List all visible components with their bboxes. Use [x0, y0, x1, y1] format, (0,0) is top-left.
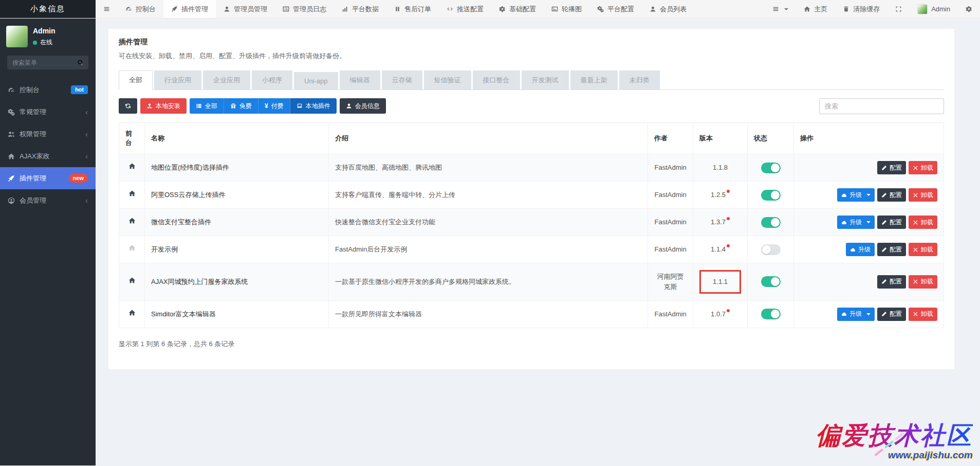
uninstall-button[interactable]: 卸载	[909, 308, 937, 321]
topnav-item-platform-config[interactable]: 平台配置	[589, 0, 642, 18]
action-label: 配置	[890, 164, 902, 172]
filter-local-button[interactable]: 本地插件	[290, 98, 337, 114]
filter-paid-button[interactable]: ¥付费	[258, 98, 290, 114]
config-button[interactable]: 配置	[877, 243, 906, 256]
uninstall-button[interactable]: 卸载	[909, 188, 937, 202]
table-row: 微信支付宝整合插件快速整合微信支付宝企业支付功能FastAdmin1.3.7升级…	[119, 209, 944, 236]
cloud-icon	[841, 192, 847, 198]
topnav-user-menu[interactable]: Admin	[910, 0, 958, 18]
upgrade-button[interactable]: 升级	[837, 216, 875, 229]
status-toggle[interactable]	[761, 217, 781, 228]
tab-1[interactable]: 行业应用	[154, 70, 201, 89]
plugin-author-cell: FastAdmin	[648, 300, 693, 328]
plugin-name-cell: 地图位置(经纬度)选择插件	[145, 154, 329, 182]
topnav-nav-list-dropdown[interactable]	[765, 0, 796, 18]
tab-6[interactable]: 云存储	[382, 70, 422, 89]
pencil-icon	[881, 192, 887, 198]
refresh-button[interactable]	[119, 98, 137, 114]
topnav-item-banner[interactable]: 轮播图	[544, 0, 589, 18]
upgrade-button[interactable]: 升级	[837, 188, 875, 202]
frontend-home-link[interactable]	[128, 245, 136, 253]
topnav-item-aftersale-order[interactable]: 售后订单	[386, 0, 439, 18]
uninstall-button[interactable]: 卸载	[909, 243, 937, 256]
tab-2[interactable]: 企业应用	[203, 70, 250, 89]
plugin-status-cell	[748, 236, 794, 263]
button-label: 本地安装	[156, 102, 180, 111]
topnav-item-label: 管理员日志	[293, 5, 326, 14]
upgrade-button[interactable]: 升级	[846, 243, 875, 256]
frontend-home-link[interactable]	[128, 164, 136, 171]
tab-10[interactable]: 最新上架	[570, 70, 618, 89]
topnav-fullscreen-toggle[interactable]	[887, 0, 910, 18]
topnav-settings-menu[interactable]	[958, 0, 980, 18]
yen-icon: ¥	[265, 102, 268, 110]
plugin-status-cell	[748, 263, 794, 301]
tab-5[interactable]: 编辑器	[340, 70, 380, 89]
table-search-input[interactable]	[819, 98, 944, 114]
topnav-item-member-list[interactable]: 会员列表	[642, 0, 694, 18]
plugin-name: 阿里OSS云存储上传插件	[151, 191, 225, 199]
topnav-item-push-config[interactable]: 推送配置	[439, 0, 491, 18]
sidebar-toggle-button[interactable]	[96, 0, 118, 18]
status-toggle[interactable]	[761, 190, 781, 201]
topnav-item-label: 售后订单	[404, 5, 431, 14]
plugin-author-cell: 河南阿贾克斯	[648, 263, 693, 301]
sidebar-item-label: 插件管理	[20, 174, 69, 183]
config-button[interactable]: 配置	[877, 308, 906, 321]
status-toggle[interactable]	[761, 163, 781, 173]
sidebar-item-addon[interactable]: 插件管理new	[0, 167, 96, 189]
config-button[interactable]: 配置	[877, 216, 906, 229]
config-button[interactable]: 配置	[877, 161, 906, 174]
uninstall-button[interactable]: 卸载	[909, 216, 937, 229]
sidebar-item-dashboard[interactable]: 控制台hot	[0, 79, 96, 101]
topnav-home-link[interactable]: 主页	[796, 0, 835, 18]
member-info-button[interactable]: 会员信息	[340, 98, 386, 114]
frontend-home-link[interactable]	[128, 278, 136, 285]
topnav-clear-cache[interactable]: 清除缓存	[835, 0, 887, 18]
config-button[interactable]: 配置	[877, 275, 906, 289]
plugin-version-cell: 1.1.4	[693, 236, 748, 263]
filter-free-button[interactable]: 免费	[224, 98, 258, 114]
topnav-item-dashboard[interactable]: 控制台	[118, 0, 163, 18]
status-toggle[interactable]	[761, 244, 781, 255]
topnav-item-admin[interactable]: 管理员管理	[216, 0, 275, 18]
plugin-version-cell: 1.3.7	[693, 209, 748, 236]
local-install-button[interactable]: 本地安装	[140, 98, 187, 114]
topnav-item-platform-data[interactable]: 平台数据	[334, 0, 386, 18]
tab-4[interactable]: Uni-app	[294, 72, 338, 89]
tab-0[interactable]: 全部	[119, 70, 153, 90]
topnav-item-admin-log[interactable]: 管理员日志	[275, 0, 334, 18]
tab-7[interactable]: 短信验证	[424, 70, 471, 89]
update-dot-icon	[727, 244, 730, 247]
frontend-home-link[interactable]	[128, 310, 136, 318]
button-label: 付费	[271, 102, 284, 111]
tab-3[interactable]: 小程序	[252, 70, 292, 89]
tab-9[interactable]: 开发测试	[522, 70, 569, 89]
topnav-item-addon[interactable]: 插件管理	[163, 0, 216, 18]
table-header-row: 前台名称介绍作者版本状态操作	[119, 123, 944, 154]
tab-8[interactable]: 接口整合	[473, 70, 520, 89]
config-button[interactable]: 配置	[877, 188, 906, 202]
column-header-0: 前台	[119, 123, 145, 154]
tab-11[interactable]: 未归类	[619, 70, 660, 89]
sidebar-item-general[interactable]: 常规管理‹	[0, 101, 96, 123]
status-toggle[interactable]	[761, 309, 781, 319]
filter-all-button[interactable]: 全部	[190, 98, 224, 114]
sidebar-item-member[interactable]: 会员管理‹	[0, 189, 96, 211]
frontend-home-link[interactable]	[128, 218, 136, 226]
x-icon	[913, 192, 918, 198]
action-buttons: 升级配置卸载	[800, 308, 937, 321]
upgrade-button[interactable]: 升级	[837, 308, 875, 321]
uninstall-button[interactable]: 卸载	[909, 275, 937, 289]
base-config-icon	[499, 6, 506, 12]
status-toggle[interactable]	[761, 276, 781, 287]
banner-icon	[551, 6, 558, 12]
uninstall-button[interactable]: 卸载	[909, 161, 937, 174]
menu-search-input[interactable]	[7, 56, 88, 69]
frontend-home-link[interactable]	[128, 191, 136, 199]
avatar[interactable]	[6, 26, 28, 47]
chevron-left-icon: ‹	[85, 108, 88, 116]
topnav-item-base-config[interactable]: 基础配置	[491, 0, 544, 18]
sidebar-item-auth[interactable]: 权限管理‹	[0, 123, 96, 145]
sidebar-item-ajax-housekeeping[interactable]: AJAX家政‹	[0, 145, 96, 167]
